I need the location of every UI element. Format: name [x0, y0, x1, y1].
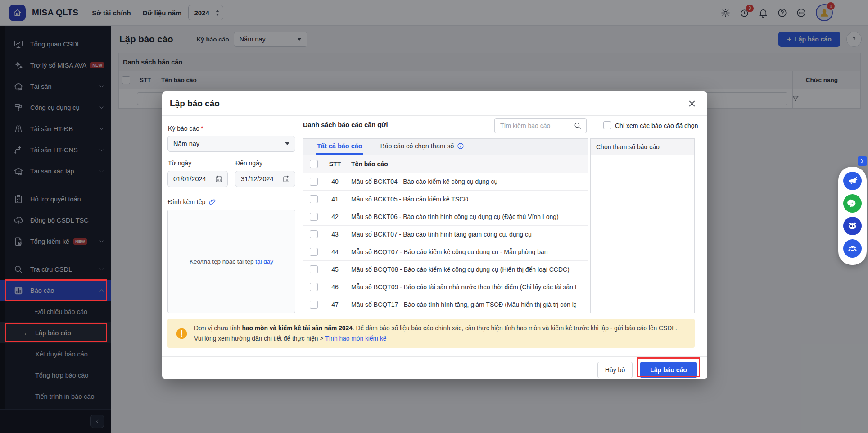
to-date-value: 31/12/2024: [241, 175, 274, 182]
row-stt: 42: [326, 213, 344, 220]
paperclip-icon[interactable]: [208, 198, 217, 206]
row-name: Mẫu số BCQT17 - Báo cáo tình hình tăng, …: [351, 301, 576, 308]
column-name: Tên báo cáo: [351, 160, 388, 168]
only-selected-checkbox[interactable]: [603, 121, 611, 129]
row-checkbox[interactable]: [310, 230, 318, 238]
cancel-button[interactable]: Hủy bỏ: [597, 362, 633, 378]
row-stt: 41: [326, 196, 344, 203]
modal-period-label: Kỳ báo cáo*: [168, 125, 203, 132]
row-name: Mẫu số BCKT04 - Báo cáo kiểm kê công cụ …: [351, 178, 497, 185]
support-chat-icon[interactable]: [843, 194, 862, 213]
from-date-input[interactable]: 01/01/2024: [167, 171, 228, 187]
row-checkbox[interactable]: [310, 195, 318, 203]
row-name: Mẫu số BCKT05 - Báo cáo kiểm kê TSCĐ: [351, 196, 468, 203]
report-search[interactable]: [494, 118, 587, 133]
submit-report-button[interactable]: Lập báo cáo: [640, 362, 697, 378]
modal-table-header: STT Tên báo cáo: [303, 155, 588, 173]
tab-all-reports[interactable]: Tất cả báo cáo: [316, 139, 363, 155]
warning-guide-link[interactable]: Tính hao mòn kiểm kê: [325, 335, 387, 342]
floating-support-panel: [838, 167, 867, 265]
dropzone-text: Kéo/thả tệp hoặc tải tệp: [190, 258, 254, 265]
modal-footer: Hủy bỏ Lập báo cáo: [162, 356, 707, 379]
row-name: Mẫu số BCQT08 - Báo cáo kiểm kê công cụ …: [351, 266, 570, 273]
chevron-down-icon: [285, 142, 289, 145]
report-row[interactable]: 43 Mẫu số BCKT07 - Báo cáo tình hình tăn…: [303, 226, 588, 243]
row-stt: 45: [326, 266, 344, 273]
warning-text: Đơn vị chưa tính hao mòn và kiểm kê tài …: [194, 323, 687, 344]
search-icon[interactable]: [574, 122, 582, 130]
row-name: Mẫu số BCKT06 - Báo cáo tình hình công c…: [351, 213, 559, 220]
report-row[interactable]: 40 Mẫu số BCKT04 - Báo cáo kiểm kê công …: [303, 173, 588, 191]
params-panel-title: Chọn tham số báo cáo: [591, 139, 694, 155]
dropzone-upload-link[interactable]: tại đây: [255, 258, 273, 265]
row-stt: 40: [326, 178, 344, 185]
warning-banner: Đơn vị chưa tính hao mòn và kiểm kê tài …: [167, 319, 695, 348]
row-checkbox[interactable]: [310, 265, 318, 273]
report-row[interactable]: 45 Mẫu số BCQT08 - Báo cáo kiểm kê công …: [303, 261, 588, 278]
row-checkbox[interactable]: [310, 248, 318, 256]
report-row[interactable]: 47 Mẫu số BCQT17 - Báo cáo tình hình tăn…: [303, 296, 588, 313]
create-report-modal: Lập báo cáo Kỳ báo cáo* Năm nay Từ ngày …: [162, 91, 707, 379]
row-checkbox[interactable]: [310, 301, 318, 309]
row-stt: 46: [326, 283, 344, 291]
search-input[interactable]: [500, 122, 574, 129]
report-table-block: Tất cả báo cáo Báo cáo có chọn tham số S…: [303, 138, 588, 313]
tabbar: Tất cả báo cáo Báo cáo có chọn tham số: [303, 139, 588, 155]
row-name: Mẫu số BCQT07 - Báo cáo kiểm kê công cụ …: [351, 248, 548, 255]
row-checkbox[interactable]: [310, 213, 318, 221]
row-name: Mẫu số BCKT07 - Báo cáo tình hình tăng g…: [351, 231, 532, 238]
file-dropzone[interactable]: Kéo/thả tệp hoặc tải tệp tại đây: [167, 210, 295, 313]
row-stt: 43: [326, 231, 344, 238]
to-date-input[interactable]: 31/12/2024: [235, 171, 295, 187]
select-all-checkbox[interactable]: [310, 160, 318, 168]
from-date-value: 01/01/2024: [173, 175, 206, 182]
modal-period-select[interactable]: Năm nay: [167, 136, 295, 152]
report-list-title: Danh sách báo cáo cần gửi: [303, 121, 388, 128]
side-panel-expand-icon[interactable]: [858, 156, 867, 166]
calendar-icon[interactable]: [215, 175, 223, 183]
assistant-bot-icon[interactable]: [843, 217, 862, 235]
community-icon[interactable]: [843, 239, 862, 258]
report-row[interactable]: 46 Mẫu số BCQT09 - Báo cáo tài sản nhà n…: [303, 278, 588, 296]
report-row[interactable]: 41 Mẫu số BCKT05 - Báo cáo kiểm kê TSCĐ: [303, 191, 588, 208]
modal-header: Lập báo cáo: [162, 91, 707, 116]
calendar-icon[interactable]: [282, 175, 290, 183]
column-stt: STT: [326, 160, 344, 168]
from-date-label: Từ ngày: [168, 160, 191, 167]
row-stt: 47: [326, 301, 344, 308]
report-row[interactable]: 42 Mẫu số BCKT06 - Báo cáo tình hình côn…: [303, 208, 588, 226]
row-stt: 44: [326, 248, 344, 255]
report-row[interactable]: 44 Mẫu số BCQT07 - Báo cáo kiểm kê công …: [303, 243, 588, 261]
attach-label: Đính kèm tệp: [168, 198, 217, 206]
required-asterisk: *: [201, 125, 203, 132]
params-panel: Chọn tham số báo cáo: [590, 138, 695, 313]
modal-title: Lập báo cáo: [170, 99, 220, 109]
modal-period-value: Năm nay: [173, 140, 199, 147]
to-date-label: Đến ngày: [235, 160, 262, 167]
warning-icon: [176, 328, 188, 340]
only-selected-label[interactable]: Chỉ xem các báo cáo đã chọn: [615, 122, 698, 129]
tab-param-reports[interactable]: Báo cáo có chọn tham số: [380, 139, 466, 155]
modal-table-rows: 40 Mẫu số BCKT04 - Báo cáo kiểm kê công …: [303, 173, 588, 313]
row-checkbox[interactable]: [310, 178, 318, 186]
row-name: Mẫu số BCQT09 - Báo cáo tài sản nhà nước…: [351, 283, 576, 291]
row-checkbox[interactable]: [310, 283, 318, 291]
info-icon[interactable]: [457, 142, 464, 150]
close-icon[interactable]: [687, 99, 696, 108]
announcements-icon[interactable]: [843, 172, 862, 190]
